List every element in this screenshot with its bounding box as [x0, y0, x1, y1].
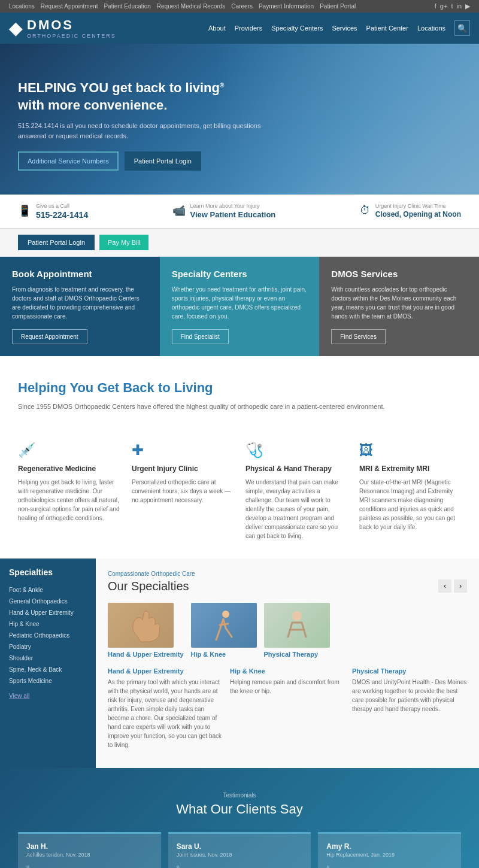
spec-img-runner: Hip & Knee	[191, 603, 257, 658]
nav-services[interactable]: Services	[332, 25, 357, 32]
testimonials-label: Testimonials	[18, 792, 461, 799]
gplus-icon[interactable]: g+	[440, 2, 448, 10]
twitter-icon[interactable]: t	[451, 2, 453, 10]
patient-education-link[interactable]: View Patient Education	[190, 210, 276, 219]
brand-sub: ORTHOPAEDIC CENTERS	[27, 33, 116, 39]
spec-image-cards: Hand & Upper Extremity Hip & Knee Physic…	[108, 603, 467, 658]
svg-point-0	[222, 611, 229, 618]
feature-title-2: Urgent Injury Clinic	[132, 465, 234, 473]
desc-hand: Hand & Upper Extremity As the primary to…	[108, 667, 223, 749]
feature-urgent: ✚ Urgent Injury Clinic Personalized orth…	[132, 442, 234, 541]
desc-hand-title: Hand & Upper Extremity	[108, 667, 223, 675]
runner-image	[191, 603, 257, 648]
main-nav: About Providers Specialty Centers Servic…	[208, 20, 470, 36]
testimonial-2: Sara U. Joint Issues, Nov. 2018 I receiv…	[168, 832, 311, 868]
clock-icon: ⏱	[360, 204, 371, 217]
test-condition-3: Hip Replacement, Jan. 2019	[326, 852, 453, 858]
portal-login-button[interactable]: Patient Portal Login	[18, 235, 95, 250]
card-title-2: Specialty Centers	[172, 269, 308, 279]
test-quote-1: I've seen multiple doctors in this group…	[26, 863, 153, 868]
desc-hip-body: Helping remove pain and discomfort from …	[230, 678, 345, 696]
test-name-3: Amy R.	[326, 842, 453, 851]
book-appointment-card: Book Appointment From diagnosis to treat…	[0, 257, 160, 356]
hero-headline: HELPING YOU get back to living® with mor…	[18, 80, 269, 114]
additional-numbers-button[interactable]: Additional Service Numbers	[18, 151, 119, 171]
call-details: Give us a Call 515-224-1414	[36, 203, 88, 220]
call-value: 515-224-1414	[36, 210, 88, 220]
spec-podiatry[interactable]: Podiatry	[9, 641, 87, 652]
spec-general[interactable]: General Orthopaedics	[9, 596, 87, 607]
spec-foot-ankle[interactable]: Foot & Ankle	[9, 584, 87, 596]
middle-section: Helping You Get Back to Living Since 195…	[0, 356, 479, 442]
test-quote-2: I received such great care here from Dr.…	[177, 863, 303, 868]
call-label: Give us a Call	[36, 203, 88, 209]
feature-body-4: Our state-of-the-art MRI (Magnetic Reson…	[359, 478, 461, 532]
spec-section-title: Our Specialties ‹ ›	[108, 579, 467, 593]
desc-therapy-title: Physical Therapy	[352, 667, 467, 675]
hero-buttons: Additional Service Numbers Patient Porta…	[18, 151, 269, 171]
social-icons: f g+ t in ▶	[435, 2, 470, 10]
nav-specialty[interactable]: Specialty Centers	[271, 25, 323, 32]
search-button[interactable]: 🔍	[454, 20, 470, 36]
spec-hip-knee[interactable]: Hip & Knee	[9, 618, 87, 630]
hero-content: HELPING YOU get back to living® with mor…	[18, 80, 269, 171]
next-arrow[interactable]: ›	[454, 579, 467, 593]
sidebar-title: Specialties	[9, 567, 87, 577]
find-services-button[interactable]: Find Services	[331, 329, 386, 344]
desc-hip: Hip & Knee Helping remove pain and disco…	[230, 667, 345, 749]
youtube-icon[interactable]: ▶	[465, 2, 470, 10]
top-bar: Locations Request Appointment Patient Ed…	[0, 0, 479, 13]
topbar-portal[interactable]: Patient Portal	[320, 3, 356, 10]
card-body-2: Whether you need treatment for arthritis…	[172, 285, 308, 321]
nav-providers[interactable]: Providers	[235, 25, 262, 32]
card-title-3: DMOS Services	[331, 269, 467, 279]
nav-patient-center[interactable]: Patient Center	[366, 25, 408, 32]
phone-icon: 📱	[18, 204, 31, 217]
spec-label-hand: Hand & Upper Extremity	[108, 651, 184, 658]
pay-bill-button[interactable]: Pay My Bill	[99, 235, 148, 250]
topbar-patient-edu[interactable]: Patient Education	[104, 3, 150, 10]
learn-label: Learn More about Your Injury	[190, 203, 276, 209]
hero-body: 515.224.1414 is all you need to schedule…	[18, 121, 269, 141]
feature-therapy: 🩺 Physical & Hand Therapy We understand …	[245, 442, 347, 541]
wait-label: Urgent Injury Clinic Wait Time	[375, 203, 461, 209]
hand-image	[108, 603, 174, 648]
prev-arrow[interactable]: ‹	[438, 579, 451, 593]
video-icon: 📹	[172, 204, 186, 217]
nav-locations[interactable]: Locations	[417, 25, 445, 32]
learn-info: 📹 Learn More about Your Injury View Pati…	[172, 203, 276, 219]
brand-name: DMOS	[27, 17, 116, 33]
view-all-link[interactable]: View all	[9, 693, 87, 699]
cards-section: Book Appointment From diagnosis to treat…	[0, 257, 479, 356]
linkedin-icon[interactable]: in	[456, 2, 462, 10]
topbar-locations[interactable]: Locations	[9, 3, 35, 10]
desc-therapy: Physical Therapy DMOS and UnityPoint Hea…	[352, 667, 467, 749]
hero-section: HELPING YOU get back to living® with mor…	[0, 44, 479, 195]
facebook-icon[interactable]: f	[435, 2, 436, 10]
request-appointment-button[interactable]: Request Appointment	[12, 329, 87, 344]
spec-pediatric[interactable]: Pediatric Orthopaedics	[9, 630, 87, 641]
nav-about[interactable]: About	[208, 25, 226, 32]
topbar-medical-records[interactable]: Request Medical Records	[157, 3, 226, 10]
find-specialist-button[interactable]: Find Specialist	[172, 329, 229, 344]
test-condition-2: Joint Issues, Nov. 2018	[177, 852, 303, 858]
wait-value: Closed, Opening at Noon	[375, 210, 461, 218]
topbar-careers[interactable]: Careers	[231, 3, 253, 10]
feature-body-2: Personalized orthopedic care at convenie…	[132, 478, 234, 505]
header: ◆ DMOS ORTHOPAEDIC CENTERS About Provide…	[0, 13, 479, 44]
therapy-image	[264, 603, 330, 648]
syringe-icon: 💉	[18, 442, 120, 459]
topbar-payment[interactable]: Payment Information	[259, 3, 314, 10]
topbar-request-appt[interactable]: Request Appointment	[41, 3, 98, 10]
card-body-3: With countless accolades for top orthope…	[331, 285, 467, 321]
call-info: 📱 Give us a Call 515-224-1414	[18, 203, 88, 220]
spec-sports[interactable]: Sports Medicine	[9, 675, 87, 687]
carousel-nav: ‹ ›	[438, 579, 467, 593]
spec-shoulder[interactable]: Shoulder	[9, 652, 87, 664]
specialties-list: Foot & Ankle General Orthopaedics Hand &…	[9, 584, 87, 687]
spec-spine[interactable]: Spine, Neck & Back	[9, 664, 87, 675]
patient-portal-login-button[interactable]: Patient Portal Login	[125, 151, 201, 171]
spec-hand[interactable]: Hand & Upper Extremity	[9, 607, 87, 618]
feature-mri: 🖼 MRI & Extremity MRI Our state-of-the-a…	[359, 442, 461, 541]
feature-regenerative: 💉 Regenerative Medicine Helping you get …	[18, 442, 120, 541]
